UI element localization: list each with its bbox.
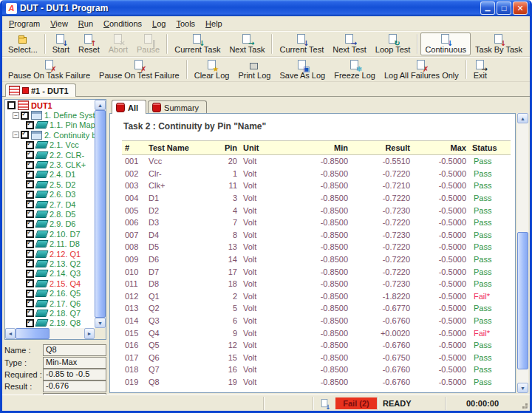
toolbar-button[interactable]: Task By Task — [471, 33, 527, 55]
checkbox[interactable] — [26, 171, 34, 179]
toolbar-button[interactable]: Select... — [4, 33, 42, 55]
table-row[interactable]: 015 Q4 9 Volt -0.8500 +0.0020 -0.5000 Fa… — [122, 327, 511, 339]
tree-item[interactable]: 2.10. D7 — [5, 229, 95, 239]
scroll-left-icon[interactable]: ◄ — [5, 328, 16, 339]
tree-horizontal-scrollbar[interactable]: ◄ ► — [5, 328, 95, 339]
checkbox[interactable] — [26, 121, 34, 129]
close-button[interactable] — [513, 1, 528, 15]
scroll-thumb[interactable] — [517, 232, 528, 369]
checkbox[interactable] — [26, 141, 34, 149]
tree-item[interactable]: 2.5. D2 — [5, 180, 95, 189]
toolbar-button[interactable]: Print Log — [233, 58, 275, 81]
table-row[interactable]: 014 Q3 6 Volt -0.8500 -0.6760 -0.5000 Pa… — [122, 315, 511, 327]
tree-item[interactable]: 2.6. D3 — [5, 190, 95, 199]
tree-item[interactable]: 2.13. Q2 — [5, 259, 95, 268]
toolbar-button[interactable]: Next Task — [225, 33, 269, 55]
table-row[interactable]: 006 D3 7 Volt -0.8500 -0.7220 -0.5000 Pa… — [122, 216, 511, 229]
toolbar-button[interactable]: Save As Log — [275, 58, 330, 81]
toolbar-button[interactable] — [166, 34, 168, 54]
tree-vertical-scrollbar[interactable]: ▲ ▼ — [95, 100, 106, 328]
scroll-up-icon[interactable]: ▲ — [95, 100, 106, 110]
menu-item[interactable]: Tools — [171, 18, 200, 30]
table-row[interactable]: 004 D1 3 Volt -0.8500 -0.7220 -0.5000 Pa… — [122, 192, 511, 205]
table-row[interactable]: 018 Q7 16 Volt -0.8500 -0.6760 -0.5000 P… — [122, 363, 511, 376]
toolbar-button[interactable] — [466, 60, 467, 79]
menu-item[interactable]: View — [45, 18, 73, 30]
checkbox[interactable] — [26, 161, 34, 169]
table-row[interactable]: 005 D2 4 Volt -0.8500 -0.7230 -0.5000 Pa… — [122, 204, 511, 216]
tree-item[interactable]: 2.2. CLR- — [5, 150, 95, 160]
tree-item[interactable]: 1. Define System Par — [5, 110, 95, 120]
checkbox[interactable] — [26, 250, 34, 258]
table-row[interactable]: 012 Q1 2 Volt -0.8500 -1.8220 -0.5000 Fa… — [122, 290, 511, 303]
table-row[interactable]: 007 D4 8 Volt -0.8500 -0.7230 -0.5000 Pa… — [122, 229, 511, 242]
toolbar-button[interactable]: Pause — [132, 33, 164, 55]
scroll-right-icon[interactable]: ► — [84, 328, 95, 339]
toolbar-button[interactable] — [417, 34, 418, 54]
toolbar-button[interactable]: Current Task — [170, 33, 225, 55]
checkbox[interactable] — [26, 200, 34, 208]
checkbox[interactable] — [26, 210, 34, 218]
toolbar-button[interactable]: Continuous — [420, 33, 471, 55]
checkbox[interactable] — [26, 309, 34, 317]
toolbar-button[interactable]: Exit — [469, 58, 491, 81]
tree-item[interactable]: 2.19. Q8 — [5, 318, 95, 328]
table-row[interactable]: 002 Clr- 1 Volt -0.8500 -0.7220 -0.5000 … — [122, 168, 511, 180]
scroll-down-icon[interactable]: ▼ — [95, 318, 106, 328]
checkbox[interactable] — [26, 180, 34, 188]
tree-item[interactable]: 2.17. Q6 — [5, 298, 95, 308]
checkbox[interactable] — [7, 101, 16, 109]
toolbar-button[interactable]: Current Test — [275, 33, 328, 55]
table-row[interactable]: 016 Q5 12 Volt -0.8500 -0.6760 -0.5000 P… — [122, 339, 511, 352]
toolbar-button[interactable]: Test By Test — [527, 33, 532, 55]
log-tab[interactable]: Summary — [148, 100, 207, 114]
checkbox[interactable] — [26, 191, 34, 199]
toolbar-button[interactable]: Start — [48, 33, 74, 55]
checkbox[interactable] — [26, 319, 34, 327]
checkbox[interactable] — [26, 230, 34, 238]
resize-grip[interactable] — [519, 397, 529, 410]
menu-item[interactable]: Run — [73, 18, 98, 30]
toolbar-button[interactable] — [271, 34, 273, 54]
toolbar-button[interactable] — [186, 60, 188, 79]
toolbar-button[interactable]: Loop Test — [371, 33, 415, 55]
table-row[interactable]: 010 D7 17 Volt -0.8500 -0.7220 -0.5000 P… — [122, 265, 511, 278]
menu-item[interactable]: Conditions — [98, 18, 147, 30]
scroll-down-icon[interactable]: ▼ — [517, 383, 528, 393]
checkbox[interactable] — [21, 112, 29, 120]
toolbar-button[interactable]: Abort — [104, 33, 132, 55]
tree-item[interactable]: 2.16. Q5 — [5, 288, 95, 298]
table-row[interactable]: 019 Q8 19 Volt -0.8500 -0.6760 -0.5000 P… — [122, 376, 511, 389]
table-row[interactable]: 009 D6 14 Volt -0.8500 -0.7220 -0.5000 P… — [122, 253, 511, 266]
toolbar-button[interactable]: Log All Failures Only — [380, 58, 463, 81]
tree-item[interactable]: 1.1. Pin Mapping — [5, 120, 95, 130]
table-row[interactable]: 017 Q6 15 Volt -0.8500 -0.6750 -0.5000 P… — [122, 352, 511, 364]
tree-item[interactable]: 2.1. Vcc — [5, 140, 95, 150]
toolbar-button[interactable]: Pause On Test Failure — [95, 58, 184, 81]
log-vertical-scrollbar[interactable]: ▲ ▼ — [517, 113, 528, 393]
toolbar-button[interactable]: Freeze Log — [330, 58, 380, 81]
tree-item[interactable]: 2. Continuity by Pin " — [5, 130, 95, 140]
tree-item[interactable]: 2.18. Q7 — [5, 308, 95, 318]
tree-item[interactable]: 2.15. Q4 — [5, 279, 95, 288]
log-tab[interactable]: All — [112, 100, 146, 114]
toolbar-button[interactable]: Next Test — [328, 33, 371, 55]
checkbox[interactable] — [26, 270, 34, 278]
tree-item[interactable]: 2.3. CLK+ — [5, 160, 95, 169]
minimize-button[interactable] — [480, 1, 495, 15]
tree-item[interactable]: DUT1 — [5, 100, 95, 110]
menu-item[interactable]: Program — [4, 18, 45, 30]
checkbox[interactable] — [26, 220, 34, 228]
tree-item[interactable]: 2.14. Q3 — [5, 269, 95, 279]
scroll-up-icon[interactable]: ▲ — [517, 113, 528, 123]
table-row[interactable]: 011 D8 18 Volt -0.8500 -0.7230 -0.5000 P… — [122, 278, 511, 290]
tree-item[interactable]: 2.7. D4 — [5, 199, 95, 209]
table-row[interactable]: 001 Vcc 20 Volt -0.8500 -0.5510 -0.5000 … — [122, 155, 511, 168]
tree-item[interactable]: 2.11. D8 — [5, 239, 95, 248]
expander-icon[interactable] — [13, 112, 19, 119]
table-row[interactable]: 008 D5 13 Volt -0.8500 -0.7220 -0.5000 P… — [122, 241, 511, 253]
toolbar-button[interactable]: Reset — [74, 33, 104, 55]
toolbar-button[interactable]: Clear Log — [190, 58, 234, 81]
scroll-thumb[interactable] — [16, 328, 50, 339]
expander-icon[interactable] — [13, 132, 19, 138]
